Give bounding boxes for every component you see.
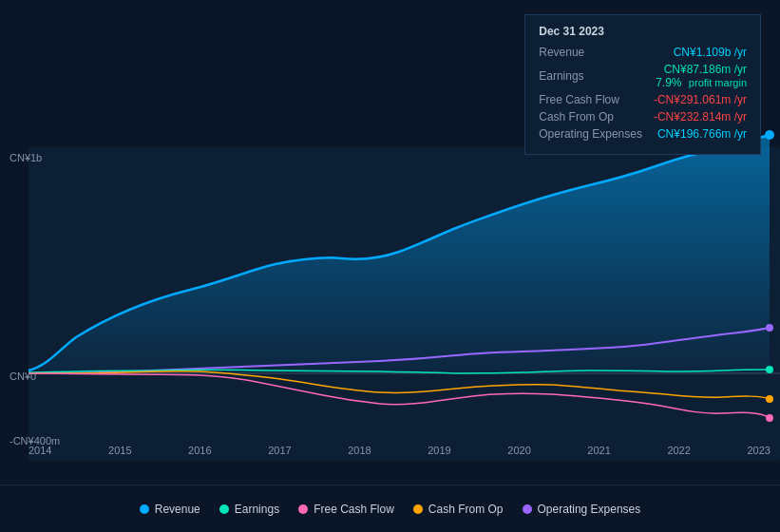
legend-dot-revenue [140,504,149,514]
legend-dot-opex [523,504,532,514]
legend-dot-fcf [298,504,308,514]
legend-earnings[interactable]: Earnings [219,503,279,516]
tooltip-profit-margin: 7.9% profit margin [656,76,747,89]
legend-label-cfo: Cash From Op [428,503,504,516]
tooltip-opex-label: Operating Expenses [539,127,642,141]
tooltip-cfo-row: Cash From Op -CN¥232.814m /yr [539,110,747,124]
legend-bar: Revenue Earnings Free Cash Flow Cash Fro… [0,484,780,532]
x-label-2022: 2022 [667,445,690,456]
legend-opex[interactable]: Operating Expenses [523,503,641,516]
tooltip-opex-value: CN¥196.766m /yr [657,127,747,141]
tooltip: Dec 31 2023 Revenue CN¥1.109b /yr Earnin… [524,14,761,155]
x-label-2019: 2019 [428,445,450,456]
legend-label-earnings: Earnings [235,503,279,516]
tooltip-earnings-row: Earnings CN¥87.186m /yr 7.9% profit marg… [539,63,747,89]
svg-point-6 [766,395,773,403]
legend-fcf[interactable]: Free Cash Flow [298,503,394,516]
svg-point-4 [766,366,773,373]
legend-dot-cfo [413,504,423,514]
tooltip-date: Dec 31 2023 [539,25,747,38]
legend-dot-earnings [219,504,229,514]
x-label-2023: 2023 [747,445,770,456]
x-label-2020: 2020 [507,445,530,456]
tooltip-revenue-value: CN¥1.109b /yr [674,46,747,59]
legend-cfo[interactable]: Cash From Op [413,503,504,516]
tooltip-opex-row: Operating Expenses CN¥196.766m /yr [539,127,747,141]
chart-area: CN¥1b CN¥0 -CN¥400m 2014 2015 2016 2017 … [0,0,780,484]
tooltip-fcf-value: -CN¥291.061m /yr [654,93,747,106]
tooltip-earnings-value: CN¥87.186m /yr [656,63,747,76]
tooltip-fcf-label: Free Cash Flow [539,93,619,106]
y-axis-label-top: CN¥1b [10,152,42,163]
x-label-2018: 2018 [348,445,371,456]
legend-revenue[interactable]: Revenue [140,503,200,516]
legend-label-fcf: Free Cash Flow [314,503,394,516]
x-label-2016: 2016 [188,445,211,456]
x-label-2017: 2017 [268,445,291,456]
legend-label-opex: Operating Expenses [538,503,641,516]
tooltip-revenue-label: Revenue [539,46,584,59]
svg-point-7 [766,324,773,332]
y-axis-label-zero: CN¥0 [10,370,36,382]
x-label-2015: 2015 [108,445,131,456]
tooltip-fcf-row: Free Cash Flow -CN¥291.061m /yr [539,93,747,106]
x-label-2014: 2014 [29,445,51,456]
x-label-2021: 2021 [587,445,610,456]
svg-point-5 [766,414,773,422]
svg-point-3 [765,130,774,140]
tooltip-earnings-label: Earnings [539,69,583,83]
x-axis-labels: 2014 2015 2016 2017 2018 2019 2020 2021 … [29,445,770,456]
tooltip-revenue-row: Revenue CN¥1.109b /yr [539,46,747,59]
tooltip-cfo-label: Cash From Op [539,110,614,124]
legend-label-revenue: Revenue [155,503,200,516]
tooltip-cfo-value: -CN¥232.814m /yr [654,110,747,124]
